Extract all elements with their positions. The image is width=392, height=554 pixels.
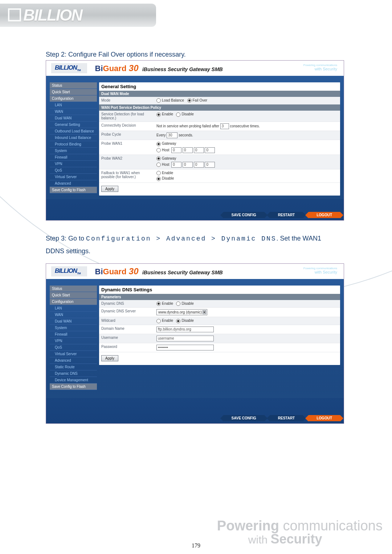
sidebar-item-lan[interactable]: LAN (50, 102, 97, 108)
sidebar-item-quick-start[interactable]: Quick Start (50, 292, 97, 299)
consecutive-times-input[interactable]: 3 (220, 123, 229, 129)
sidebar-item-vpn[interactable]: VPN (50, 161, 97, 167)
save-config-button[interactable]: SAVE CONFIG (224, 415, 264, 421)
dynamic-dns-label: Dynamic DNS (99, 300, 154, 308)
radio-wan2-host[interactable] (156, 163, 161, 167)
product-title: BiGuard 30 iBusiness Security Gateway SM… (95, 266, 223, 276)
wan1-host-octet-3[interactable]: 0 (194, 147, 204, 153)
sidebar-item-save-config[interactable]: Save Config to Flash (50, 187, 97, 193)
sidebar-item-protocol-binding[interactable]: Protocol Binding (50, 141, 97, 148)
sidebar-item-system[interactable]: System (50, 148, 97, 154)
sidebar-nav: Status Quick Start Configuration LAN WAN… (50, 82, 97, 193)
radio-svc-disable[interactable] (176, 112, 180, 117)
restart-button[interactable]: RESTART (270, 212, 303, 218)
sidebar-item-configuration[interactable]: Configuration (50, 299, 97, 305)
domain-name-input[interactable]: ftp.billion.dyndns.org (156, 327, 214, 332)
dynamic-dns-panel: Dynamic DNS Settings Parameters Dynamic … (99, 286, 340, 365)
domain-name-label: Domain Name (99, 325, 154, 334)
wildcard-label: Wildcard (99, 317, 154, 325)
sidebar-item-status[interactable]: Status (50, 82, 97, 89)
sidebar-item-advanced[interactable]: Advanced (50, 357, 97, 364)
wan1-host-octet-4[interactable]: 0 (205, 147, 215, 153)
radio-wild-enable[interactable] (156, 319, 161, 323)
logout-button[interactable]: LOGOUT (309, 212, 340, 218)
sidebar-nav: Status Quick Start Configuration LAN WAN… (50, 286, 97, 390)
step-3-heading: Step 3: Go to Configuration > Advanced >… (46, 232, 336, 257)
section-dual-wan-mode: Dual WAN Mode (99, 91, 340, 97)
mode-label: Mode (99, 97, 154, 104)
sidebar-item-status[interactable]: Status (50, 286, 97, 292)
general-setting-panel: General Setting Dual WAN Mode Mode Load … (99, 82, 340, 196)
panel-title: General Setting (99, 82, 340, 91)
page-slogan: Powering communications with Security (217, 518, 383, 547)
radio-wan2-gateway[interactable] (156, 156, 161, 161)
radio-svc-enable[interactable] (156, 112, 161, 117)
sidebar-item-virtual-server[interactable]: Virtual Server (50, 174, 97, 180)
sidebar-item-qos[interactable]: QoS (50, 167, 97, 174)
radio-failback-enable[interactable] (156, 171, 161, 175)
probe-wan1-label: Probe WAN1 (99, 140, 154, 155)
sidebar-item-static-route[interactable]: Static Route (50, 364, 97, 370)
sidebar-item-dual-wan[interactable]: Dual WAN (50, 115, 97, 122)
wan1-host-octet-1[interactable]: 0 (171, 147, 181, 153)
wan2-host-octet-2[interactable]: 0 (183, 162, 193, 168)
footer-buttons: SAVE CONFIG RESTART LOGOUT (224, 415, 340, 421)
header-slogan: Powering communicationswith Security (303, 63, 337, 71)
radio-wild-disable[interactable] (176, 319, 180, 323)
wan2-host-octet-1[interactable]: 0 (171, 162, 181, 168)
sidebar-item-firewall[interactable]: Firewall (50, 331, 97, 338)
radio-wan1-gateway[interactable] (156, 142, 161, 146)
footer-buttons: SAVE CONFIG RESTART LOGOUT (224, 212, 340, 218)
sidebar-item-save-config[interactable]: Save Config to Flash (50, 383, 97, 390)
sidebar-item-inbound-load-balance[interactable]: Inbound Load Balance (50, 135, 97, 141)
ddns-server-label: Dynamic DNS Server (99, 308, 154, 317)
sidebar-item-firewall[interactable]: Firewall (50, 154, 97, 161)
password-input[interactable]: •••••••• (156, 345, 214, 350)
sidebar-item-dynamic-dns[interactable]: Dynamic DNS (50, 370, 97, 377)
panel-title: Dynamic DNS Settings (99, 286, 340, 294)
header-slogan: Powering communicationswith Security (303, 267, 337, 274)
ddns-server-select[interactable]: www.dyndns.org (dynamic) (156, 309, 207, 315)
sidebar-item-wan[interactable]: WAN (50, 312, 97, 318)
sidebar-item-advanced[interactable]: Advanced (50, 180, 97, 187)
sidebar-item-quick-start[interactable]: Quick Start (50, 89, 97, 95)
sidebar-item-dual-wan[interactable]: Dual WAN (50, 318, 97, 325)
probe-cycle-input[interactable]: 30 (167, 132, 177, 138)
probe-wan2-label: Probe WAN2 (99, 155, 154, 169)
apply-button[interactable]: Apply (101, 355, 118, 361)
radio-load-balance[interactable] (156, 98, 161, 103)
sidebar-item-qos[interactable]: QoS (50, 344, 97, 351)
wan2-host-octet-4[interactable]: 0 (205, 162, 215, 168)
radio-failback-disable[interactable] (156, 177, 161, 181)
radio-ddns-enable[interactable] (156, 301, 161, 306)
section-parameters: Parameters (99, 294, 340, 300)
page-header-logo: BILLION (0, 4, 156, 36)
radio-fail-over[interactable] (187, 98, 192, 103)
router-header: BILLIONTM BiGuard 30 iBusiness Security … (46, 264, 344, 279)
failback-label: Failback to WAN1 when possible (for fail… (99, 169, 154, 183)
wan1-host-octet-2[interactable]: 0 (183, 147, 193, 153)
radio-wan1-host[interactable] (156, 148, 161, 152)
save-config-button[interactable]: SAVE CONFIG (224, 212, 264, 218)
sidebar-item-system[interactable]: System (50, 325, 97, 331)
username-input[interactable]: username (156, 336, 214, 341)
sidebar-item-wan[interactable]: WAN (50, 108, 97, 115)
router-screenshot-2: BILLIONTM BiGuard 30 iBusiness Security … (46, 263, 344, 424)
connectivity-decision-label: Connectivity Decision (99, 122, 154, 131)
sidebar-item-vpn[interactable]: VPN (50, 338, 97, 344)
username-label: Username (99, 334, 154, 343)
radio-ddns-disable[interactable] (176, 301, 180, 306)
logout-button[interactable]: LOGOUT (309, 415, 340, 421)
step-2-heading: Step 2: Configure Fail Over options if n… (46, 51, 186, 58)
sidebar-item-outbound-load-balance[interactable]: Outbound Load Balance (50, 128, 97, 135)
restart-button[interactable]: RESTART (270, 415, 303, 421)
sidebar-item-virtual-server[interactable]: Virtual Server (50, 351, 97, 357)
wan2-host-octet-3[interactable]: 0 (194, 162, 204, 168)
sidebar-item-configuration[interactable]: Configuration (50, 95, 97, 102)
sidebar-item-device-management[interactable]: Device Management (50, 377, 97, 383)
sidebar-item-general-setting[interactable]: General Setting (50, 122, 97, 128)
apply-button[interactable]: Apply (101, 186, 118, 192)
sidebar-item-lan[interactable]: LAN (50, 305, 97, 312)
brand-logo: BILLIONTM (51, 63, 87, 73)
probe-cycle-label: Probe Cycle (99, 131, 154, 140)
